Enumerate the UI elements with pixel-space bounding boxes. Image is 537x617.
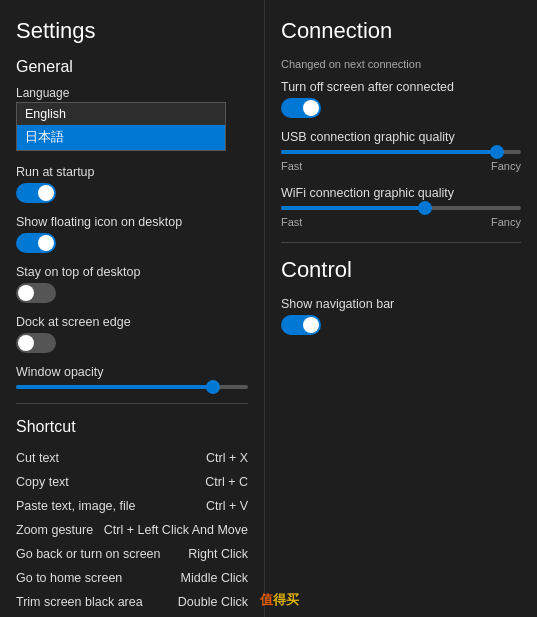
wifi-quality-label: WiFi connection graphic quality xyxy=(281,186,521,200)
wifi-quality-slider-track[interactable] xyxy=(281,206,521,210)
connection-title: Connection xyxy=(281,18,521,44)
language-label: Language xyxy=(16,86,248,100)
stay-on-top-toggle-container xyxy=(16,283,248,303)
shortcut-row: Paste text, image, fileCtrl + V xyxy=(16,494,248,518)
stay-on-top-toggle[interactable] xyxy=(16,283,56,303)
show-nav-bar-setting: Show navigation bar xyxy=(281,297,521,335)
show-floating-icon-toggle-container xyxy=(16,233,248,253)
shortcut-section: Shortcut Cut textCtrl + XCopy textCtrl +… xyxy=(16,418,248,614)
run-at-startup-setting: Run at startup xyxy=(16,165,248,203)
show-nav-bar-knob xyxy=(303,317,319,333)
dock-at-edge-toggle-container xyxy=(16,333,248,353)
wifi-quality-labels: Fast Fancy xyxy=(281,216,521,228)
turn-off-screen-toggle-container xyxy=(281,98,521,118)
shortcut-key-label: Double Click xyxy=(178,595,248,609)
general-section-title: General xyxy=(16,58,248,76)
shortcut-row: Cut textCtrl + X xyxy=(16,446,248,470)
page-title: Settings xyxy=(16,18,248,44)
usb-quality-fast-label: Fast xyxy=(281,160,302,172)
wifi-quality-fancy-label: Fancy xyxy=(491,216,521,228)
show-floating-icon-knob xyxy=(38,235,54,251)
shortcut-action-label: Cut text xyxy=(16,451,59,465)
window-opacity-label: Window opacity xyxy=(16,365,248,379)
right-panel: Connection Changed on next connection Tu… xyxy=(265,0,537,617)
show-nav-bar-toggle-container xyxy=(281,315,521,335)
shortcut-key-label: Middle Click xyxy=(181,571,248,585)
dock-at-edge-setting: Dock at screen edge xyxy=(16,315,248,353)
usb-quality-thumb[interactable] xyxy=(490,145,504,159)
connection-subtitle: Changed on next connection xyxy=(281,58,521,70)
window-opacity-slider-track[interactable] xyxy=(16,385,248,389)
stay-on-top-setting: Stay on top of desktop xyxy=(16,265,248,303)
turn-off-screen-label: Turn off screen after connected xyxy=(281,80,521,94)
window-opacity-fill xyxy=(16,385,213,389)
shortcut-action-label: Go back or turn on screen xyxy=(16,547,161,561)
run-at-startup-toggle[interactable] xyxy=(16,183,56,203)
usb-quality-slider-track[interactable] xyxy=(281,150,521,154)
show-floating-icon-label: Show floating icon on desktop xyxy=(16,215,248,229)
shortcut-action-label: Zoom gesture xyxy=(16,523,93,537)
dock-at-edge-knob xyxy=(18,335,34,351)
show-nav-bar-toggle[interactable] xyxy=(281,315,321,335)
dock-at-edge-label: Dock at screen edge xyxy=(16,315,248,329)
show-nav-bar-label: Show navigation bar xyxy=(281,297,521,311)
divider-shortcut xyxy=(16,403,248,404)
window-opacity-setting: Window opacity xyxy=(16,365,248,389)
language-option-english[interactable]: English xyxy=(17,103,225,125)
run-at-startup-toggle-container xyxy=(16,183,248,203)
shortcut-row: Go back or turn on screenRight Click xyxy=(16,542,248,566)
show-floating-icon-setting: Show floating icon on desktop xyxy=(16,215,248,253)
show-floating-icon-toggle[interactable] xyxy=(16,233,56,253)
shortcut-row: Zoom gestureCtrl + Left Click And Move xyxy=(16,518,248,542)
usb-quality-fill xyxy=(281,150,497,154)
wifi-quality-thumb[interactable] xyxy=(418,201,432,215)
divider-control xyxy=(281,242,521,243)
language-option-japanese[interactable]: 日本語 xyxy=(17,125,225,150)
usb-quality-labels: Fast Fancy xyxy=(281,160,521,172)
turn-off-screen-setting: Turn off screen after connected xyxy=(281,80,521,118)
run-at-startup-toggle-knob xyxy=(38,185,54,201)
wifi-quality-fill xyxy=(281,206,425,210)
language-dropdown[interactable]: English 日本語 xyxy=(16,102,226,151)
usb-quality-fancy-label: Fancy xyxy=(491,160,521,172)
run-at-startup-label: Run at startup xyxy=(16,165,248,179)
usb-quality-setting: USB connection graphic quality Fast Fanc… xyxy=(281,130,521,172)
dock-at-edge-toggle[interactable] xyxy=(16,333,56,353)
shortcut-key-label: Ctrl + X xyxy=(206,451,248,465)
window-opacity-thumb[interactable] xyxy=(206,380,220,394)
shortcut-row: Copy textCtrl + C xyxy=(16,470,248,494)
shortcut-section-title: Shortcut xyxy=(16,418,248,436)
shortcut-row: Go to home screenMiddle Click xyxy=(16,566,248,590)
shortcut-key-label: Ctrl + Left Click And Move xyxy=(104,523,248,537)
control-title: Control xyxy=(281,257,521,283)
stay-on-top-knob xyxy=(18,285,34,301)
shortcut-action-label: Go to home screen xyxy=(16,571,122,585)
wifi-quality-fast-label: Fast xyxy=(281,216,302,228)
stay-on-top-label: Stay on top of desktop xyxy=(16,265,248,279)
left-panel: Settings General Language English 日本語 Ru… xyxy=(0,0,265,617)
wifi-quality-setting: WiFi connection graphic quality Fast Fan… xyxy=(281,186,521,228)
shortcut-action-label: Copy text xyxy=(16,475,69,489)
shortcuts-list: Cut textCtrl + XCopy textCtrl + CPaste t… xyxy=(16,446,248,614)
shortcut-action-label: Paste text, image, file xyxy=(16,499,136,513)
shortcut-row: Trim screen black areaDouble Click xyxy=(16,590,248,614)
usb-quality-label: USB connection graphic quality xyxy=(281,130,521,144)
shortcut-key-label: Ctrl + V xyxy=(206,499,248,513)
shortcut-action-label: Trim screen black area xyxy=(16,595,143,609)
shortcut-key-label: Ctrl + C xyxy=(205,475,248,489)
turn-off-screen-knob xyxy=(303,100,319,116)
turn-off-screen-toggle[interactable] xyxy=(281,98,321,118)
shortcut-key-label: Right Click xyxy=(188,547,248,561)
language-setting: Language English 日本語 xyxy=(16,86,248,151)
